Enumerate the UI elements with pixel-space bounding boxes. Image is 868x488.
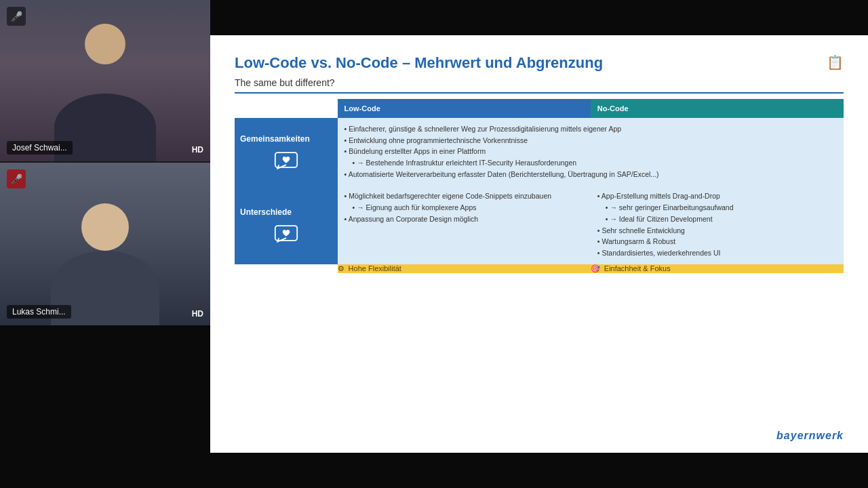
footer-nocode-icon: 🎯 xyxy=(591,264,600,272)
video-panel-top: 🎤 Josef Schwai... HD xyxy=(0,0,210,163)
gemeinsamkeiten-icon xyxy=(235,145,338,175)
list-item: Wartungsarm & Robust xyxy=(597,236,837,247)
list-item-arrow: → Ideal für Citizen Development xyxy=(597,214,837,225)
main-container: 🎤 Josef Schwai... HD 🎤 Lukas Schmi... HD… xyxy=(0,0,868,488)
video-panel-bottom: 🎤 Lukas Schmi... HD xyxy=(0,163,210,325)
footer-lowcode-cell: ⚙Hohe Flexibilität xyxy=(338,264,591,273)
person-silhouette-bottom xyxy=(0,163,210,325)
unterschiede-icon xyxy=(235,218,338,248)
gemeinsamkeiten-label-cell: Gemeinsamkeiten xyxy=(235,118,338,185)
slide-title: Low-Code vs. No-Code – Mehrwert und Abgr… xyxy=(235,54,844,72)
unterschiede-row: Unterschiede Möglichke xyxy=(235,185,844,264)
presentation-area: Low-Code vs. No-Code – Mehrwert und Abgr… xyxy=(210,0,868,488)
unterschiede-chat-icon xyxy=(274,221,298,245)
sidebar: 🎤 Josef Schwai... HD 🎤 Lukas Schmi... HD xyxy=(0,0,210,488)
footer-nocode-label: Einfachheit & Fokus xyxy=(604,264,671,272)
list-item: Standardisiertes, wiederkehrendes UI xyxy=(597,247,837,259)
unterschiede-lowcode-list: Möglichkeit bedarfsgerechter eigene Code… xyxy=(344,190,584,224)
hd-badge-bottom: HD xyxy=(192,309,203,319)
video-bg-top xyxy=(0,0,210,161)
person-silhouette-top xyxy=(0,0,210,161)
comparison-table: Low-Code No-Code Gemeinsamkeiten xyxy=(235,99,844,273)
list-item-arrow: → sehr geringer Einarbeitungsaufwand xyxy=(597,202,837,214)
list-item: Automatisierte Weiterverarbeitung erfass… xyxy=(344,169,837,180)
unterschiede-label-cell: Unterschiede xyxy=(235,185,338,264)
gemeinsamkeiten-list: Einfacherer, günstige & schnellerer Weg … xyxy=(344,123,837,180)
th-nocode: No-Code xyxy=(591,99,844,118)
unterschiede-label: Unterschiede xyxy=(235,202,338,218)
mic-icon-top[interactable]: 🎤 xyxy=(7,7,26,26)
th-empty xyxy=(235,99,338,118)
header-row: Low-Code No-Code xyxy=(235,99,844,118)
gemeinsamkeiten-content: Einfacherer, günstige & schnellerer Weg … xyxy=(338,118,844,185)
gemeinsamkeiten-row: Gemeinsamkeiten Einfac xyxy=(235,118,844,185)
list-item: App-Erstellung mittels Drag-and-Drop xyxy=(597,190,837,202)
bottom-black-bar xyxy=(210,453,868,488)
list-item: Möglichkeit bedarfsgerechter eigene Code… xyxy=(344,190,584,202)
slide-container: Low-Code vs. No-Code – Mehrwert und Abgr… xyxy=(210,35,868,453)
unterschiede-nocode-list: App-Erstellung mittels Drag-and-Drop → s… xyxy=(597,190,837,258)
footer-row: ⚙Hohe Flexibilität 🎯Einfachheit & Fokus xyxy=(235,264,844,273)
top-black-bar xyxy=(210,0,868,35)
sidebar-bottom-bar xyxy=(0,325,210,488)
person-head-top xyxy=(85,24,125,64)
list-item: Sehr schnelle Entwicklung xyxy=(597,225,837,237)
unterschiede-lowcode-content: Möglichkeit bedarfsgerechter eigene Code… xyxy=(338,185,591,264)
slide-subtitle: The same but different? xyxy=(235,77,844,94)
hd-badge-top: HD xyxy=(192,145,203,155)
bayernwerk-logo: bayernwerk xyxy=(776,430,844,442)
list-item-arrow: → Bestehende Infrastruktur erleichtert I… xyxy=(344,157,837,169)
footer-nocode-cell: 🎯Einfachheit & Fokus xyxy=(591,264,844,273)
list-item: Einfacherer, günstige & schnellerer Weg … xyxy=(344,123,837,135)
unterschiede-nocode-content: App-Erstellung mittels Drag-and-Drop → s… xyxy=(591,185,844,264)
th-lowcode: Low-Code xyxy=(338,99,591,118)
name-badge-top: Josef Schwai... xyxy=(7,141,73,155)
table-icon: 📋 xyxy=(827,54,844,70)
name-badge-bottom: Lukas Schmi... xyxy=(7,305,71,319)
list-item: Entwicklung ohne programmiertechnische V… xyxy=(344,135,837,146)
footer-lowcode-label: Hohe Flexibilität xyxy=(349,264,401,272)
footer-empty xyxy=(235,264,338,273)
gemeinsamkeiten-label: Gemeinsamkeiten xyxy=(235,129,338,145)
person-head-bottom xyxy=(81,203,129,251)
footer-lowcode-icon: ⚙ xyxy=(338,264,344,272)
list-item: Bündelung erstellter Apps in einer Platt… xyxy=(344,146,837,157)
chat-heart-icon xyxy=(274,148,298,172)
video-bg-bottom xyxy=(0,163,210,325)
list-item-arrow: → Eignung auch für komplexere Apps xyxy=(344,202,584,214)
list-item: Anpassung an Corporate Design möglich xyxy=(344,214,584,225)
mic-icon-bottom[interactable]: 🎤 xyxy=(7,169,26,188)
